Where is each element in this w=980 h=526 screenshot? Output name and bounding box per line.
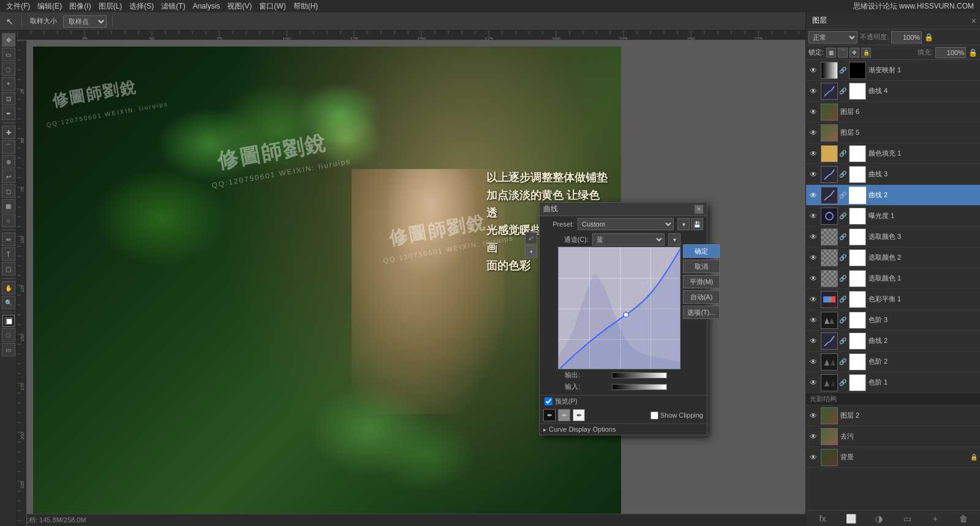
layer-visibility-toggle[interactable]: 👁 bbox=[809, 411, 818, 421]
tool-icon[interactable]: ↖ bbox=[4, 15, 16, 28]
zoom-tool[interactable]: 🔍 bbox=[2, 296, 15, 309]
type-tool[interactable]: T bbox=[2, 247, 15, 261]
quick-select-tool[interactable]: ⌖ bbox=[2, 77, 15, 91]
layer-visibility-toggle[interactable]: 👁 bbox=[809, 295, 818, 304]
eraser-tool[interactable]: ◻ bbox=[2, 184, 15, 198]
panel-close-btn[interactable]: × bbox=[971, 16, 976, 26]
black-point-eyedropper[interactable]: ✒ bbox=[543, 409, 556, 421]
heal-brush-tool[interactable]: ✚ bbox=[2, 126, 15, 139]
curves-options-btn[interactable]: 选项(T)... bbox=[683, 306, 720, 319]
add-mask-btn[interactable]: ⬜ bbox=[845, 513, 857, 525]
layer-item[interactable]: 👁 🔗 色阶 3 bbox=[806, 310, 980, 331]
menu-view[interactable]: 视图(V) bbox=[224, 1, 255, 12]
layer-visibility-toggle[interactable]: 👁 bbox=[809, 190, 818, 200]
layer-visibility-toggle[interactable]: 👁 bbox=[809, 107, 818, 117]
eyedropper-tool[interactable]: ✒ bbox=[2, 107, 15, 120]
layer-item[interactable]: 👁 背景 🔒 bbox=[806, 447, 980, 468]
curves-point-tool[interactable]: ✦ bbox=[525, 246, 537, 258]
curves-graph[interactable] bbox=[558, 247, 680, 369]
layer-item-active[interactable]: 👁 🔗 曲线 2 bbox=[806, 185, 980, 206]
layer-item[interactable]: 👁 🔗 色阶 1 bbox=[806, 372, 980, 393]
lock-position-btn[interactable]: ✥ bbox=[850, 48, 859, 58]
layer-item[interactable]: 👁 图层 5 bbox=[806, 122, 980, 143]
white-point-eyedropper[interactable]: ✒ bbox=[573, 409, 585, 421]
menu-analysis[interactable]: Analysis bbox=[189, 2, 224, 10]
input-slider[interactable] bbox=[671, 384, 677, 390]
sample-size-select[interactable]: 取样点 3×3平均 5×5平均 bbox=[63, 15, 107, 28]
layer-item[interactable]: 👁 图层 2 bbox=[806, 405, 980, 426]
layer-visibility-toggle[interactable]: 👁 bbox=[809, 86, 818, 96]
delete-layer-btn[interactable]: 🗑 bbox=[957, 513, 970, 525]
menu-window[interactable]: 窗口(W) bbox=[255, 1, 289, 12]
curves-auto-btn[interactable]: 自动(A) bbox=[683, 290, 720, 304]
menu-file[interactable]: 文件(F) bbox=[2, 1, 34, 12]
menu-image[interactable]: 图像(I) bbox=[66, 1, 94, 12]
layer-item[interactable]: 👁 🔗 选取颜色 1 bbox=[806, 268, 980, 289]
new-layer-btn[interactable]: + bbox=[929, 513, 941, 525]
layer-visibility-toggle[interactable]: 👁 bbox=[809, 336, 818, 346]
layer-visibility-toggle[interactable]: 👁 bbox=[809, 315, 818, 325]
hand-tool[interactable]: ✋ bbox=[2, 281, 15, 295]
layer-item[interactable]: 👁 🔗 渐变映射 1 bbox=[806, 60, 980, 81]
channel-select[interactable]: RGB 红 绿 蓝 bbox=[592, 233, 665, 246]
layer-visibility-toggle[interactable]: 👁 bbox=[809, 149, 818, 159]
layer-item[interactable]: 👁 🔗 曲线 3 bbox=[806, 164, 980, 185]
clone-tool[interactable]: ⊕ bbox=[2, 155, 15, 168]
menu-edit[interactable]: 编辑(E) bbox=[34, 1, 66, 12]
output-slider[interactable] bbox=[671, 372, 677, 378]
preset-select[interactable]: Custom Default Linear Contrast bbox=[578, 218, 674, 230]
layer-visibility-toggle[interactable]: 👁 bbox=[809, 253, 818, 263]
layer-visibility-toggle[interactable]: 👁 bbox=[809, 453, 818, 462]
preset-save-btn[interactable]: 💾 bbox=[691, 218, 703, 230]
curves-smooth-btn[interactable]: 平滑(M) bbox=[683, 275, 720, 288]
menu-layer[interactable]: 图层(L) bbox=[95, 1, 126, 12]
gray-point-eyedropper[interactable]: ✒ bbox=[558, 409, 570, 421]
pen-tool[interactable]: ✏ bbox=[2, 233, 15, 246]
layer-visibility-toggle[interactable]: 👁 bbox=[809, 232, 818, 242]
layer-item[interactable]: 👁 🔗 曝光度 1 bbox=[806, 206, 980, 227]
layer-visibility-toggle[interactable]: 👁 bbox=[809, 128, 818, 138]
channel-arrow-btn[interactable]: ▾ bbox=[668, 233, 680, 246]
gradient-tool[interactable]: ▦ bbox=[2, 199, 15, 212]
layer-item[interactable]: 👁 🔗 色阶 2 bbox=[806, 351, 980, 372]
menu-help[interactable]: 帮助(H) bbox=[290, 1, 322, 12]
layer-visibility-toggle[interactable]: 👁 bbox=[809, 211, 818, 221]
add-adjustment-btn[interactable]: ◑ bbox=[873, 513, 885, 525]
dodge-tool[interactable]: ○ bbox=[2, 214, 15, 227]
rectangular-marquee-tool[interactable]: ▭ bbox=[2, 48, 15, 61]
curves-ok-btn[interactable]: 确定 bbox=[683, 244, 720, 258]
screen-mode[interactable]: ▭ bbox=[2, 343, 15, 356]
curves-cancel-btn[interactable]: 取消 bbox=[683, 260, 720, 273]
blend-mode-select[interactable]: 正常 溶解 变暗 bbox=[809, 31, 858, 43]
layer-visibility-toggle[interactable]: 👁 bbox=[809, 274, 818, 284]
lock-pixels-btn[interactable]: ⌒ bbox=[838, 48, 848, 58]
curve-display-options-row[interactable]: ▸ Curve Display Options bbox=[540, 423, 707, 435]
history-brush-tool[interactable]: ↩ bbox=[2, 170, 15, 183]
layer-item[interactable]: 👁 🔗 颜色填充 1 bbox=[806, 143, 980, 164]
layer-item[interactable]: 👁 图层 6 bbox=[806, 102, 980, 122]
lock-transparent-btn[interactable]: ▦ bbox=[826, 48, 836, 58]
add-style-btn[interactable]: fx bbox=[816, 513, 829, 525]
preset-load-btn[interactable]: ▾ bbox=[677, 218, 690, 230]
layer-visibility-toggle[interactable]: 👁 bbox=[809, 357, 818, 367]
panel-tab-layers[interactable]: 图层 bbox=[810, 14, 829, 27]
layer-visibility-toggle[interactable]: 👁 bbox=[809, 378, 818, 388]
quick-mask[interactable]: ⬡ bbox=[2, 328, 15, 342]
opacity-input[interactable] bbox=[891, 31, 922, 43]
menu-select[interactable]: 选择(S) bbox=[126, 1, 157, 12]
layer-item[interactable]: 👁 🔗 曲线 2 bbox=[806, 331, 980, 351]
fg-color[interactable] bbox=[2, 315, 15, 327]
curves-titlebar[interactable]: 曲线 × bbox=[540, 203, 707, 216]
show-clipping-checkbox[interactable] bbox=[650, 411, 658, 419]
layer-visibility-toggle[interactable]: 👁 bbox=[809, 66, 818, 75]
lock-all-btn[interactable]: 🔒 bbox=[861, 48, 871, 58]
output-value[interactable] bbox=[584, 372, 608, 379]
move-tool[interactable]: ✥ bbox=[2, 33, 15, 47]
layer-item[interactable]: 👁 🔗 选取颜色 2 bbox=[806, 247, 980, 268]
lasso-tool[interactable]: ◌ bbox=[2, 62, 15, 76]
curves-close-btn[interactable]: × bbox=[695, 205, 703, 214]
layer-item[interactable]: 👁 🔗 曲线 4 bbox=[806, 81, 980, 102]
layer-item[interactable]: 👁 🔗 色彩平衡 1 bbox=[806, 289, 980, 310]
curves-draw-tool[interactable]: 🖊 bbox=[525, 232, 537, 244]
preview-checkbox[interactable] bbox=[545, 397, 552, 405]
